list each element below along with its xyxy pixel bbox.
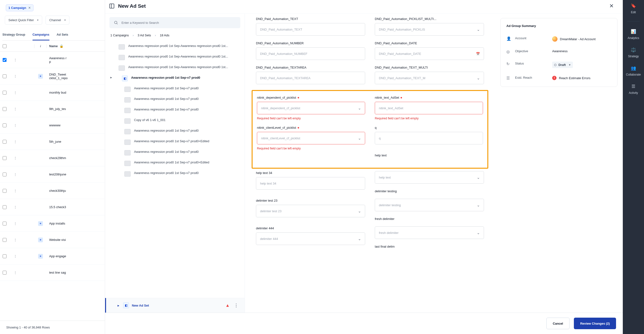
tab-ad-sets[interactable]: Ad Sets [57,29,68,40]
rail-activity[interactable]: ☰ Activity [629,83,638,95]
dependent-picklist-select[interactable]: nitink_dependent_cf_picklist [257,102,365,114]
row-menu-icon[interactable]: ⋮ [9,254,21,258]
close-icon[interactable]: ✕ [607,1,616,10]
thumb-icon [124,171,131,177]
delim444-select[interactable]: delimiter 444 [256,232,365,245]
adset-list-item[interactable]: Awareness regression prod0 1st Sep-Aware… [105,52,245,63]
row-checkbox[interactable] [3,74,6,78]
number-input[interactable]: DND_Paid_Automation_NUMBEF [256,47,365,60]
channel-dropdown[interactable]: Channel [46,16,69,24]
row-name: test20thjune [49,172,66,176]
chip-close-icon[interactable]: ✕ [28,6,31,10]
adset-list-item-selected[interactable]: ◧Awareness regression prod0 1st Sep-v7 p… [105,73,245,84]
select-all-checkbox[interactable] [3,44,6,48]
delim23-select[interactable]: delimter test 23 [256,205,365,217]
clientlevel-picklist-select[interactable]: nitink_clientLevel_cf_picklist [257,132,365,144]
text-multi-select[interactable]: DND_Paid_Automation_TEXT_M [375,72,484,84]
adset-child-item[interactable]: Copy of v6 1-v6 1_001 [105,116,245,126]
row-menu-icon[interactable]: ⋮ [9,172,21,176]
help34-label: help text 34 [256,171,365,175]
rail-analytics[interactable]: 📊 Analytics [628,29,639,40]
scale-icon: ⚖️ [630,47,636,53]
rail-edit[interactable]: 🔖 Edit [630,3,636,14]
row-menu-icon[interactable]: ⋮ [9,107,21,111]
row-checkbox[interactable] [3,189,6,193]
textarea-input[interactable]: DND_Paid_Automation_TEXTAREA [256,72,365,84]
row-checkbox[interactable] [3,107,6,111]
rail-strategy[interactable]: ⚖️ Strategy [628,47,639,58]
row-checkbox[interactable] [3,172,6,176]
tab-campaigns[interactable]: Campaigns [32,29,50,40]
row-menu-icon[interactable]: ⋮ [9,140,21,144]
text-adset-input[interactable]: nitink_text_AdSet [375,102,483,114]
adset-child-item[interactable]: Awareness regression prod0 1st Sep-v7 pr… [105,84,245,94]
picklist-multi-select[interactable]: DND_Paid_Automation_PICKLIS [375,23,484,36]
row-checkbox[interactable] [3,205,6,209]
delim23-label: delimter test 23 [256,199,365,202]
row-checkbox[interactable] [3,124,6,127]
rail-strategy-label: Strategy [628,55,639,58]
row-name: App engage [49,254,66,258]
row-menu-icon[interactable]: ⋮ [9,124,21,127]
help34-input[interactable]: help text 34 [256,177,365,190]
row-menu-icon[interactable]: ⋮ [9,205,21,209]
campaign-chip[interactable]: 1 Campaign ✕ [6,4,34,11]
rail-collaborate[interactable]: 👥 Collaborate [626,65,641,76]
crumb-ads[interactable]: 18 Ads [160,33,170,37]
fresh-delim-select[interactable]: fresh delimiter [375,226,484,239]
adset-child-item[interactable]: Awareness regression prod0 1st Sep-v7 pr… [105,94,245,105]
row-checkbox[interactable] [3,91,6,95]
row-checkbox[interactable] [3,222,6,225]
search-input[interactable]: Enter a Keyword to Search [110,17,240,28]
row-menu-icon[interactable]: ⋮ [9,156,21,160]
breadcrumb: 1 Campaigns › 3 Ad Sets › 18 Ads [105,29,245,39]
adset-child-item[interactable]: Awareness regression prod0 1st Sep-v7 pr… [105,168,245,179]
text-input[interactable]: DND_Paid_Automation_TEXT [256,23,365,36]
new-ad-set-row[interactable]: ◧ New Ad Set ▲ ⋮ [105,298,245,313]
list-item-label: Awareness regression prod0 1st Sep-Aware… [128,44,228,48]
row-menu-icon[interactable]: ⋮ [9,189,21,192]
summary-title: Ad Group Summary [506,24,612,28]
adset-child-item[interactable]: Awareness regression prod0 1st Sep-v7 pr… [105,105,245,116]
date-input[interactable]: DND_Paid_Automation_DATE 📅 [375,47,484,60]
row-menu-icon[interactable]: ⋮ [9,238,21,242]
text-adset-error: Required field can't be left empty [375,117,483,120]
q-label: q [375,126,483,130]
fresh-delim-label: fresh delimiter [375,217,484,221]
adset-child-item[interactable]: Awareness regression prod0 1st Sep-v7 pr… [105,126,245,137]
right-rail: 🔖 Edit 📊 Analytics ⚖️ Strategy 👥 Collabo… [623,0,644,334]
row-checkbox[interactable] [3,254,6,258]
quick-filter-dropdown[interactable]: Select Quick Filter [5,16,42,24]
row-menu-icon[interactable]: ⋮ [9,74,21,78]
adset-list-item[interactable]: Awareness regression prod0 1st Sep-Aware… [105,63,245,73]
help-text-select[interactable]: help text [375,171,484,184]
row-menu-icon[interactable]: ⋮ [9,222,21,225]
adset-list-item[interactable]: Awareness regression prod0 1st Sep-Aware… [105,41,245,52]
adset-child-item[interactable]: Awareness regression prod0 1st Sep-v7 pr… [105,137,245,147]
adset-tree-icon: ◧ [123,303,129,308]
row-name: monthly bud [49,91,66,94]
row-menu-icon[interactable]: ⋮ [9,91,21,94]
adset-child-item[interactable]: Awareness regression prod0 1st Sep-v7 pr… [105,147,245,158]
crumb-campaigns[interactable]: 1 Campaigns [110,33,129,37]
q-input[interactable]: q [375,132,483,144]
cancel-button[interactable]: Cancel [546,318,570,329]
row-menu-icon[interactable]: ⋮ [232,303,240,308]
row-menu-icon[interactable]: ⋮ [9,58,21,62]
tab-strategy-group[interactable]: Strategy Group [2,29,25,40]
row-checkbox[interactable] [3,238,6,242]
status-dropdown[interactable]: Draft [552,62,573,68]
crumb-adsets[interactable]: 3 Ad Sets [138,33,151,37]
review-changes-button[interactable]: Review Changes (2) [574,318,616,329]
row-menu-icon[interactable]: ⋮ [9,271,21,274]
row-checkbox[interactable] [3,58,6,62]
row-checkbox[interactable] [3,156,6,160]
layout-icon[interactable] [110,3,114,8]
objective-value: Awareness [552,49,568,53]
row-name: check30thju [49,189,66,192]
delimiter-testing-select[interactable]: delimiter testing [375,199,484,211]
row-checkbox[interactable] [3,271,6,275]
adset-child-item[interactable]: Awareness regression prod0 1st Sep-v7 pr… [105,158,245,168]
error-icon: ! [552,76,556,80]
row-checkbox[interactable] [3,140,6,144]
